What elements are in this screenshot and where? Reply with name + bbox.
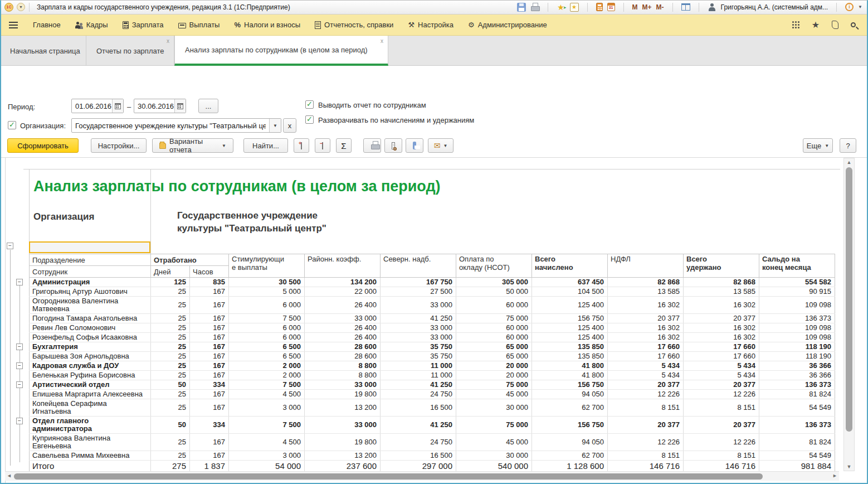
cell-value[interactable]: 8 151 xyxy=(684,399,759,417)
col-balance[interactable]: Сальдо на конец месяца xyxy=(759,254,835,278)
info-icon[interactable]: i xyxy=(845,3,854,11)
cell-value[interactable]: 41 250 xyxy=(381,417,456,434)
cell-value[interactable]: 5 434 xyxy=(608,371,684,380)
cell-value[interactable]: 6 000 xyxy=(229,333,305,342)
hamburger-menu-icon[interactable] xyxy=(9,22,18,28)
horizontal-scrollbar[interactable]: ◄ ► xyxy=(5,471,839,481)
collapse-group-marker[interactable]: − xyxy=(16,418,23,424)
send-email-button[interactable]: ✉▼ xyxy=(428,138,453,153)
settings-button[interactable]: Настройки... xyxy=(91,138,147,153)
cell-value[interactable]: 13 585 xyxy=(608,287,684,297)
cell-value[interactable]: 20 000 xyxy=(456,361,532,371)
cell-value[interactable]: 25 xyxy=(151,297,190,314)
cell-value[interactable]: 81 824 xyxy=(759,390,835,399)
generate-button[interactable]: Сформировать xyxy=(7,138,79,153)
menu-glavnoe[interactable]: Главное xyxy=(33,21,61,29)
cell-value[interactable]: 82 868 xyxy=(684,278,759,287)
selected-cell[interactable] xyxy=(29,241,150,253)
cell-value[interactable]: 12 226 xyxy=(684,390,759,399)
cell-value[interactable]: 26 400 xyxy=(305,323,381,333)
cell-name[interactable]: Барышева Зоя Арнольдовна xyxy=(30,352,151,361)
cell-value[interactable]: 33 000 xyxy=(305,417,381,434)
find-button[interactable]: Найти... xyxy=(243,138,288,153)
favorites-star-icon[interactable]: ★ xyxy=(812,21,820,30)
cell-value[interactable]: 125 400 xyxy=(532,323,608,333)
cell-name[interactable]: Розенфельд Софья Исааковна xyxy=(30,333,151,342)
cell-value[interactable]: 27 500 xyxy=(381,287,456,297)
add-favorite-icon[interactable]: ★ xyxy=(557,3,565,12)
close-tab-icon[interactable]: x xyxy=(167,38,169,44)
cell-value[interactable]: 305 000 xyxy=(456,278,532,287)
save-icon[interactable] xyxy=(517,3,526,12)
menu-nastroyka[interactable]: ⚒Настройка xyxy=(408,21,453,29)
organization-combo[interactable]: Государственное учреждение культуры "Теа… xyxy=(71,118,281,133)
cell-value[interactable]: 17 660 xyxy=(608,342,684,352)
cell-value[interactable]: 36 366 xyxy=(759,361,835,371)
cell-value[interactable]: 7 500 xyxy=(229,380,305,390)
col-northern-allowance[interactable]: Северн. надб. xyxy=(381,254,456,278)
cell-value[interactable]: 540 000 xyxy=(456,461,532,472)
cell-value[interactable]: 28 600 xyxy=(305,342,381,352)
cell-value[interactable]: 167 xyxy=(190,287,229,297)
col-ndfl[interactable]: НДФЛ xyxy=(608,254,684,278)
cell-value[interactable]: 25 xyxy=(151,399,190,417)
cell-name[interactable]: Кадровая служба и ДОУ xyxy=(30,361,151,371)
cell-value[interactable]: 5 000 xyxy=(229,287,305,297)
cell-value[interactable]: 136 373 xyxy=(759,380,835,390)
cell-name[interactable]: Беленькая Руфина Борисовна xyxy=(30,371,151,380)
col-incentive[interactable]: Стимулирующи е выплаты xyxy=(229,254,305,278)
cell-value[interactable]: 33 000 xyxy=(381,297,456,314)
collapse-group-marker[interactable]: − xyxy=(16,362,23,369)
cell-value[interactable]: 13 200 xyxy=(305,399,381,417)
cell-value[interactable]: 35 750 xyxy=(381,342,456,352)
cell-value[interactable]: 25 xyxy=(151,314,190,323)
menu-vyplaty[interactable]: Выплаты xyxy=(178,21,220,29)
cell-value[interactable]: 8 800 xyxy=(305,371,381,380)
horizontal-scrollbar-thumb[interactable] xyxy=(14,473,763,480)
date-from-field[interactable]: 01.06.2016 xyxy=(71,99,124,113)
tab-salary-analysis[interactable]: Анализ зарплаты по сотрудникам (в целом … xyxy=(174,36,388,66)
cell-name[interactable]: Огородникова Валентина Матвеевна xyxy=(30,297,151,314)
cell-value[interactable]: 8 151 xyxy=(684,451,759,461)
cell-value[interactable]: 25 xyxy=(151,323,190,333)
print-button[interactable] xyxy=(363,138,381,153)
cell-value[interactable]: 835 xyxy=(190,278,229,287)
cell-value[interactable]: 118 190 xyxy=(759,342,835,352)
close-tab-icon[interactable]: x xyxy=(381,38,383,44)
menu-kadry[interactable]: Кадры xyxy=(75,21,108,29)
tab-salary-reports[interactable]: Отчеты по зарплатеx xyxy=(86,36,174,66)
cell-name[interactable]: Копейцева Серафима Игнатьевна xyxy=(30,399,151,417)
cell-value[interactable]: 45 000 xyxy=(456,434,532,451)
report-variants-button[interactable]: Варианты отчета▼ xyxy=(152,138,233,153)
cell-value[interactable]: 16 302 xyxy=(608,323,684,333)
cell-name[interactable]: Григорьянц Артур Ашотович xyxy=(30,287,151,297)
menu-administrirovanie[interactable]: ⚙Администрирование xyxy=(468,21,547,29)
date-from-calendar-button[interactable] xyxy=(112,99,123,113)
cell-value[interactable]: 109 098 xyxy=(759,333,835,342)
cell-value[interactable]: 50 000 xyxy=(456,287,532,297)
vertical-scrollbar-thumb[interactable] xyxy=(846,167,852,432)
cell-value[interactable]: 35 750 xyxy=(381,352,456,361)
cell-value[interactable]: 20 377 xyxy=(608,314,684,323)
col-hours[interactable]: Часов xyxy=(190,266,229,278)
cell-value[interactable]: 156 750 xyxy=(532,380,608,390)
cell-value[interactable]: 25 xyxy=(151,352,190,361)
cell-value[interactable]: 7 500 xyxy=(229,417,305,434)
cell-value[interactable]: 136 373 xyxy=(759,417,835,434)
cell-value[interactable]: 41 250 xyxy=(381,380,456,390)
cell-value[interactable]: 2 000 xyxy=(229,371,305,380)
cell-value[interactable]: 25 xyxy=(151,451,190,461)
cell-value[interactable]: 6 000 xyxy=(229,297,305,314)
cell-value[interactable]: 33 000 xyxy=(305,380,381,390)
cell-value[interactable]: 75 000 xyxy=(456,314,532,323)
cell-value[interactable]: 4 500 xyxy=(229,434,305,451)
scroll-up-icon[interactable]: ▲ xyxy=(844,159,854,165)
date-to-field[interactable]: 30.06.2016 xyxy=(134,99,186,113)
cell-value[interactable]: 25 xyxy=(151,342,190,352)
cell-value[interactable]: 50 xyxy=(151,417,190,434)
help-button[interactable]: ? xyxy=(840,138,856,153)
cell-value[interactable]: 33 000 xyxy=(381,333,456,342)
cell-name[interactable]: Погодина Тамара Анатольевна xyxy=(30,314,151,323)
cell-value[interactable]: 167 xyxy=(190,361,229,371)
cell-value[interactable]: 20 377 xyxy=(608,417,684,434)
